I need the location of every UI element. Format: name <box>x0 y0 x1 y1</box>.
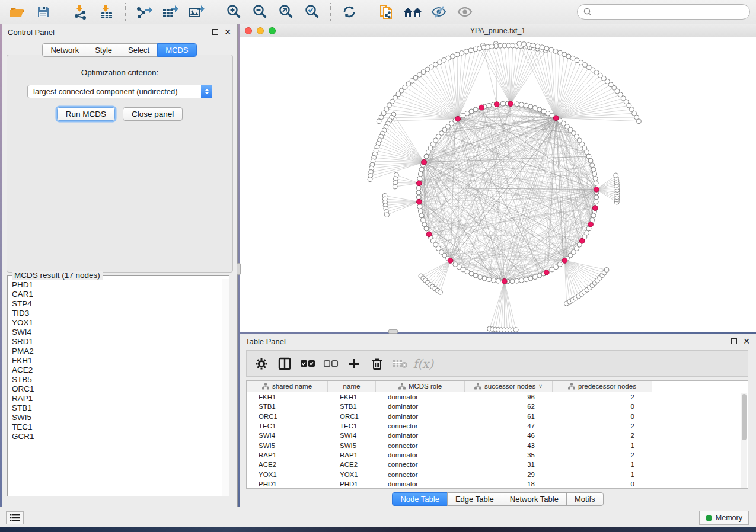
tab-mcds[interactable]: MCDS <box>157 43 196 57</box>
network-canvas[interactable] <box>240 37 756 332</box>
show-columns-icon[interactable] <box>298 354 318 373</box>
result-node: STB1 <box>12 403 222 413</box>
close-panel-icon[interactable]: ✕ <box>224 28 231 36</box>
result-node: CAR1 <box>12 290 222 299</box>
cell-predecessor_nodes: 2 <box>553 432 652 439</box>
export-image-icon[interactable] <box>185 2 208 21</box>
cell-predecessor_nodes: 1 <box>553 471 652 478</box>
criterion-selected-value: largest connected component (undirected) <box>28 87 201 96</box>
zoom-fit-icon[interactable] <box>275 2 297 21</box>
search-input[interactable] <box>595 8 744 17</box>
zoom-out-icon[interactable] <box>248 2 271 21</box>
cell-predecessor_nodes: 0 <box>553 403 652 410</box>
hide-columns-icon[interactable] <box>321 354 341 373</box>
delete-column-icon[interactable] <box>367 354 387 373</box>
cell-successor_nodes: 35 <box>465 451 553 459</box>
tab-style[interactable]: Style <box>87 43 120 57</box>
mcds-result-box: MCDS result (17 nodes) PHD1CAR1STP4TID3Y… <box>7 275 229 496</box>
column-label: name <box>343 383 361 390</box>
table-scrollbar-thumb[interactable] <box>742 394 747 440</box>
mcds-result-list[interactable]: PHD1CAR1STP4TID3YOX1SWI4SRD1PMA2FKH1ACE2… <box>8 279 222 496</box>
export-network-icon[interactable] <box>133 2 155 21</box>
cell-shared_name: PHD1 <box>247 480 328 488</box>
tab-network-table[interactable]: Network Table <box>502 492 567 506</box>
cell-mcds_role: connector <box>376 422 465 430</box>
network-view-window: YPA_prune.txt_1 <box>240 24 756 332</box>
add-column-icon[interactable] <box>344 354 364 373</box>
column-label: predecessor nodes <box>578 383 636 390</box>
delete-table-icon[interactable] <box>390 354 410 373</box>
table-row[interactable]: FKH1FKH1dominator962 <box>247 392 748 402</box>
control-tabs: NetworkStyleSelectMCDS <box>2 43 237 57</box>
memory-button[interactable]: Memory <box>699 511 749 525</box>
table-row[interactable]: SWI5SWI5connector431 <box>247 440 748 450</box>
clone-network-icon[interactable] <box>375 2 398 21</box>
tab-edge-table[interactable]: Edge Table <box>447 492 502 506</box>
main-toolbar <box>0 0 756 24</box>
mcds-result-scrollbar[interactable] <box>222 279 229 496</box>
table-row[interactable]: ORC1ORC1dominator610 <box>247 412 748 421</box>
column-label: successor nodes <box>484 383 535 390</box>
tab-select[interactable]: Select <box>120 43 158 57</box>
export-table-icon[interactable] <box>159 2 181 21</box>
cell-successor_nodes: 96 <box>465 393 553 400</box>
float-panel-icon[interactable] <box>212 29 218 35</box>
result-node: PHD1 <box>12 280 222 290</box>
import-table-icon[interactable] <box>95 2 118 21</box>
first-neighbors-icon[interactable] <box>401 2 424 21</box>
function-builder-icon[interactable]: f(x) <box>413 354 433 373</box>
open-session-icon[interactable] <box>6 2 28 21</box>
gear-icon[interactable] <box>251 354 272 373</box>
zoom-selected-icon[interactable] <box>301 2 323 21</box>
node-table-header: shared namenameMCDS rolesuccessor nodes∨… <box>247 381 748 392</box>
memory-button-label: Memory <box>716 514 742 522</box>
run-mcds-button[interactable]: Run MCDS <box>57 107 115 121</box>
network-titlebar[interactable]: YPA_prune.txt_1 <box>240 24 756 37</box>
result-node: STP4 <box>12 299 222 309</box>
refresh-icon[interactable] <box>338 2 361 21</box>
list-icon <box>10 514 20 521</box>
cell-mcds_role: dominator <box>376 413 465 420</box>
vertical-splitter-handle[interactable] <box>237 263 241 275</box>
table-row[interactable]: RAP1RAP1dominator352 <box>247 450 748 460</box>
search-field[interactable] <box>577 4 750 20</box>
cell-name: ACE2 <box>328 461 376 468</box>
column-header-shared-name[interactable]: shared name <box>247 381 328 392</box>
result-node: TID3 <box>12 309 222 318</box>
table-row[interactable]: YOX1YOX1connector291 <box>247 469 748 479</box>
table-scrollbar[interactable] <box>741 393 747 488</box>
column-layout-icon[interactable] <box>275 354 295 373</box>
cell-mcds_role: connector <box>376 442 465 449</box>
float-table-panel-icon[interactable] <box>731 338 737 344</box>
result-node: ACE2 <box>12 366 222 375</box>
table-row[interactable]: ACE2ACE2connector311 <box>247 460 748 469</box>
show-all-icon[interactable] <box>454 2 476 21</box>
toolbar-separator <box>330 3 331 21</box>
close-table-panel-icon[interactable]: ✕ <box>743 337 750 345</box>
table-row[interactable]: TEC1TEC1connector472 <box>247 421 748 431</box>
column-header-name[interactable]: name <box>328 381 376 392</box>
column-header-predecessor-nodes[interactable]: predecessor nodes <box>553 381 652 392</box>
import-network-icon[interactable] <box>69 2 92 21</box>
cell-name: YOX1 <box>328 471 376 478</box>
tab-motifs[interactable]: Motifs <box>566 492 604 506</box>
criterion-select[interactable]: largest connected component (undirected) <box>27 85 212 98</box>
hide-selected-icon[interactable] <box>428 2 450 21</box>
table-tabs: Node TableEdge TableNetwork TableMotifs <box>240 492 756 506</box>
cell-shared_name: SWI5 <box>247 442 328 449</box>
table-row[interactable]: PHD1PHD1dominator180 <box>247 479 748 489</box>
node-table-body: FKH1FKH1dominator962STB1STB1dominator620… <box>247 392 748 489</box>
zoom-in-icon[interactable] <box>222 2 245 21</box>
table-row[interactable]: STB1STB1dominator620 <box>247 402 748 411</box>
tab-network[interactable]: Network <box>42 43 87 57</box>
horizontal-splitter-handle[interactable] <box>388 329 398 334</box>
show-panels-button[interactable] <box>6 511 24 524</box>
cell-name: PHD1 <box>328 480 376 488</box>
save-session-icon[interactable] <box>32 2 55 21</box>
tab-node-table[interactable]: Node Table <box>392 492 448 506</box>
close-panel-button[interactable]: Close panel <box>123 107 183 121</box>
column-header-successor-nodes[interactable]: successor nodes∨ <box>465 381 553 392</box>
column-header-MCDS-role[interactable]: MCDS role <box>376 381 465 392</box>
network-title: YPA_prune.txt_1 <box>240 27 756 35</box>
table-row[interactable]: SWI4SWI4dominator462 <box>247 431 748 440</box>
